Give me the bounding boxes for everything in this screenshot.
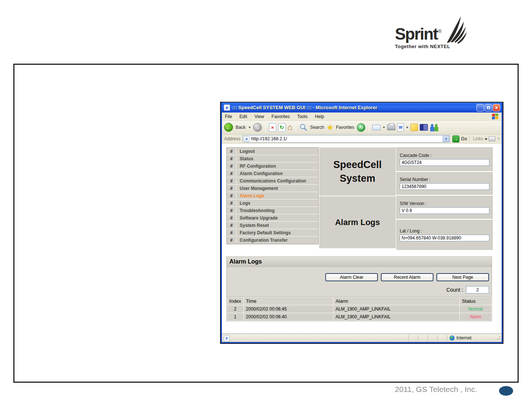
page-number-dot <box>499 386 513 396</box>
sidebar-item-configuration-transfer[interactable]: #Configuration Transfer <box>227 237 318 244</box>
search-label[interactable]: Search <box>310 125 324 130</box>
table-row: 2 2000/02/02 00:06:45 ALM_1900_AMP_LINKF… <box>227 305 491 313</box>
windows-logo-icon <box>492 113 499 120</box>
sidebar-item-factory-default-settings[interactable]: #Factory Default Settings <box>227 229 318 237</box>
snagit-icon[interactable] <box>489 136 495 141</box>
favorites-icon[interactable]: ★ <box>327 123 333 132</box>
address-page-icon: e <box>244 136 249 142</box>
print-icon[interactable] <box>387 124 395 130</box>
cell-index: 2 <box>227 305 243 313</box>
refresh-icon[interactable]: ↻ <box>278 123 286 132</box>
edit-dropdown-icon[interactable]: ▼ <box>406 126 409 129</box>
next-page-button[interactable]: Next Page <box>436 273 489 281</box>
address-input[interactable]: e http://192.168.2.1/ ▼ <box>243 135 450 142</box>
sidebar-item-logout[interactable]: #Logout <box>227 148 318 155</box>
research-icon[interactable] <box>420 124 428 131</box>
slide: Sprint ® Together with NEXTEL e ::: Spee… <box>0 0 532 399</box>
cascade-code-field[interactable]: 4GGST24 <box>400 159 489 166</box>
sidebar-item-user-management[interactable]: #User Management <box>227 185 318 192</box>
sprint-brand-text: Sprint <box>395 26 438 42</box>
system-title: SpeedCell System <box>319 147 396 196</box>
status-badge: Alarm <box>460 313 491 321</box>
discuss-icon[interactable] <box>410 124 418 131</box>
sw-version-group: S/W Version : V 0.9 <box>396 196 493 219</box>
window-titlebar[interactable]: e ::: SpeedCell SYSTEM WEB GUI ::: - Mic… <box>222 103 502 113</box>
sidebar-item-troubleshooting[interactable]: #Troubleshooting <box>227 207 318 214</box>
sidebar-item-rf-configuration[interactable]: #RF Configuration <box>227 162 318 170</box>
lat-long-group: Lat / Long : N+094.657840 W-038.918890 <box>396 220 493 250</box>
cascade-code-group: Cascade Code : 4GGST24 <box>396 147 493 171</box>
sw-version-field[interactable]: V 0.9 <box>400 207 489 214</box>
header-time: Time <box>244 297 333 305</box>
address-bar: Address e http://192.168.2.1/ ▼ → Go Lin… <box>222 134 502 144</box>
device-info-panel: Cascade Code : 4GGST24 Serial Number : 1… <box>396 147 493 251</box>
maximize-button[interactable] <box>485 104 492 111</box>
messenger-icon[interactable] <box>430 123 439 131</box>
stop-icon[interactable]: × <box>269 123 276 132</box>
recent-alarm-button[interactable]: Recent Alarm <box>381 273 433 281</box>
page-content: #Logout #Status #RF Configuration #Alarm… <box>222 144 502 333</box>
address-label: Address <box>224 136 240 141</box>
ie-logo-icon: e <box>224 104 230 111</box>
back-icon[interactable]: ← <box>224 123 233 132</box>
sidebar-item-communications-configuration[interactable]: #Communications Configuration <box>227 177 318 185</box>
header-index: Index <box>227 297 243 305</box>
home-icon[interactable]: ⌂ <box>287 123 292 131</box>
forward-icon[interactable]: → <box>253 123 262 132</box>
minimize-button[interactable]: _ <box>476 104 484 111</box>
browser-window: e ::: SpeedCell SYSTEM WEB GUI ::: - Mic… <box>221 103 503 343</box>
go-arrow-icon: → <box>452 135 459 142</box>
cascade-code-label: Cascade Code : <box>400 153 489 158</box>
serial-number-group: Serial Number : 1234567890 <box>396 172 493 195</box>
menu-help[interactable]: Help <box>315 114 324 119</box>
edit-icon[interactable]: W <box>397 123 404 131</box>
count-label: Count : <box>446 287 463 293</box>
context-title: Alarm Logs <box>319 196 396 248</box>
search-icon[interactable] <box>299 123 307 131</box>
section-title: Alarm Logs <box>227 257 492 267</box>
sidebar-item-software-upgrade[interactable]: #Software Upgrade <box>227 214 318 222</box>
address-dropdown-icon[interactable]: ▼ <box>443 136 449 142</box>
cell-time: 2000/02/02 00:06:45 <box>244 305 333 313</box>
alarm-clear-button[interactable]: Alarm Clear <box>325 273 378 281</box>
sprint-tagline: Together with NEXTEL <box>395 44 506 49</box>
favorites-label[interactable]: Favorites <box>336 125 354 130</box>
close-button[interactable]: × <box>493 104 500 111</box>
sidebar-item-alarm-configuration[interactable]: #Alarm Configuration <box>227 170 318 177</box>
serial-number-label: Serial Number : <box>400 177 489 182</box>
sprint-logo: Sprint ® Together with NEXTEL <box>395 13 506 49</box>
sidebar-item-system-reset[interactable]: #System Reset <box>227 222 318 229</box>
alarm-log-table: Index Time Alarm Status 2 2000/02/02 00:… <box>227 296 492 321</box>
window-title: ::: SpeedCell SYSTEM WEB GUI ::: - Micro… <box>232 105 476 110</box>
history-icon[interactable]: ⟲ <box>357 123 365 132</box>
back-dropdown-icon[interactable]: ▼ <box>248 126 251 129</box>
go-button[interactable]: → Go <box>452 135 467 142</box>
cell-alarm: ALM_1900_AMP_LINKFAIL <box>333 305 459 313</box>
sw-version-label: S/W Version : <box>400 201 489 206</box>
resize-grip[interactable] <box>496 336 501 340</box>
links-chevron-icon[interactable]: » <box>485 136 487 141</box>
address-url[interactable]: http://192.168.2.1/ <box>251 136 443 141</box>
footer-credit: 2011, GS Teletech , Inc. <box>395 385 477 394</box>
menu-file[interactable]: File <box>225 114 232 119</box>
lat-long-field[interactable]: N+094.657840 W-038.918890 <box>400 235 489 241</box>
menu-favorites[interactable]: Favorites <box>272 114 290 119</box>
mail-dropdown-icon[interactable]: ▼ <box>382 126 385 129</box>
links-label[interactable]: Links <box>473 136 483 141</box>
back-label[interactable]: Back <box>236 125 246 130</box>
menu-edit[interactable]: Edit <box>239 114 247 119</box>
serial-number-field[interactable]: 1234567890 <box>400 183 489 190</box>
menu-bar: File Edit View Favorites Tools Help <box>222 113 502 121</box>
mail-icon[interactable] <box>372 125 380 130</box>
sidebar-item-alarm-logs[interactable]: #Alarm Logs <box>227 192 318 200</box>
sidebar-item-status[interactable]: #Status <box>227 155 318 162</box>
header-alarm: Alarm <box>333 297 459 305</box>
cell-index: 1 <box>227 313 243 321</box>
center-panel: SpeedCell System Alarm Logs <box>319 147 396 248</box>
toolbar: ← Back ▼ → × ↻ ⌂ Search ★ Favorites ⟲ ▼ … <box>222 121 502 134</box>
menu-view[interactable]: View <box>255 114 264 119</box>
sidebar-item-logs[interactable]: #Logs <box>227 200 318 207</box>
count-input[interactable] <box>466 286 489 294</box>
menu-tools[interactable]: Tools <box>297 114 307 119</box>
sprint-wing-icon <box>445 16 468 44</box>
